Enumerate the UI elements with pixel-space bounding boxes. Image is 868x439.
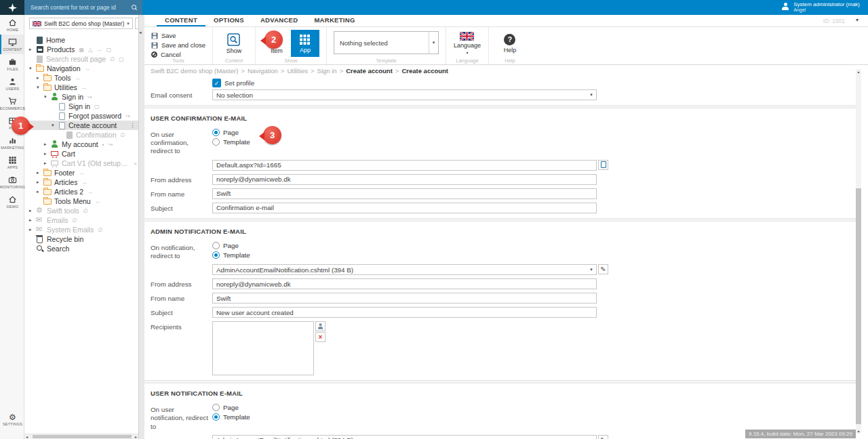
redirect-page-option[interactable]: Page <box>212 129 250 136</box>
tree-item-confirmation[interactable]: Confirmation∅ <box>24 130 138 140</box>
tree-item-sign-in-page[interactable]: Sign in▢ <box>24 102 138 111</box>
scroll-right-icon[interactable]: ▸ <box>135 434 137 439</box>
caret-icon[interactable]: ▾ <box>52 123 58 128</box>
template-select[interactable]: Nothing selected ▾ <box>334 31 439 54</box>
tab-advanced[interactable]: ADVANCED <box>252 15 307 26</box>
rail-item-home[interactable]: HOME <box>0 15 24 35</box>
tab-content[interactable]: CONTENT <box>157 15 205 26</box>
tree-item-home[interactable]: Home <box>24 35 138 45</box>
redirect-page-option[interactable]: Page <box>212 242 250 249</box>
breadcrumb-segment[interactable]: Swift B2C demo shop (Master) <box>151 67 238 75</box>
search-icon[interactable] <box>132 5 137 10</box>
tree-item-create-account[interactable]: ▾Create account⋮ <box>24 121 138 130</box>
search-input[interactable] <box>24 4 132 11</box>
tree-item-tools[interactable]: ▸Tools↔ <box>24 73 138 83</box>
rail-item-users[interactable]: USERS <box>0 74 24 93</box>
caret-icon[interactable]: ▸ <box>37 180 43 185</box>
tab-options[interactable]: OPTIONS <box>205 15 252 26</box>
user-menu[interactable]: System administrator (mak) Angel <box>781 1 860 12</box>
caret-icon[interactable]: ▸ <box>29 47 36 52</box>
tree-item-footer[interactable]: ▸Footer↔ <box>24 168 138 177</box>
redirect-template-option[interactable]: Template <box>212 413 250 421</box>
caret-icon[interactable]: ▾ <box>37 85 43 90</box>
caret-icon[interactable]: ▸ <box>44 161 51 166</box>
caret-icon[interactable]: ▸ <box>29 208 36 213</box>
chevron-down-icon[interactable]: ▾ <box>429 32 438 54</box>
app-button[interactable]: App <box>291 30 319 57</box>
site-options-button[interactable]: ⋮ <box>135 18 139 29</box>
scroll-left-icon[interactable]: ◂ <box>26 434 28 439</box>
tree-item-articles-2[interactable]: ▸Articles 2↔ <box>24 187 138 196</box>
show-button[interactable]: Show <box>220 30 248 57</box>
breadcrumb-segment[interactable]: Sign in <box>317 67 337 75</box>
radio-icon[interactable] <box>212 404 220 411</box>
tree-item-system-emails[interactable]: ▸System Emails∅ <box>24 225 138 234</box>
caret-icon[interactable]: ▾ <box>44 94 51 100</box>
set-profile-checkbox[interactable]: ✓ <box>212 79 221 87</box>
rail-item-files[interactable]: FILES <box>0 54 24 74</box>
collapse-panel-icon[interactable]: ◂ <box>139 30 142 35</box>
tree-item-recycle-bin[interactable]: Recycle bin <box>24 234 138 244</box>
add-user-recipient-button[interactable] <box>315 321 326 331</box>
breadcrumb-segment[interactable]: Navigation <box>248 67 278 75</box>
tree-item-navigation[interactable]: ▾Navigation↔ <box>24 64 138 73</box>
scroll-down-icon[interactable]: ▾ <box>856 429 861 434</box>
tree-item-articles[interactable]: ▸Articles↔ <box>24 177 138 187</box>
tab-marketing[interactable]: MARKETING <box>306 15 363 26</box>
radio-selected-icon[interactable] <box>212 413 220 421</box>
from-address-input[interactable] <box>212 174 597 185</box>
redirect-template-option[interactable]: Template <box>212 251 250 259</box>
remove-recipient-button[interactable]: × <box>315 332 326 342</box>
admin-template-select[interactable]: AdminAccountEmailNotification.cshtml (39… <box>212 264 597 275</box>
scroll-up-icon[interactable]: ▴ <box>856 69 861 74</box>
tree-item-emails[interactable]: ▸Emails∅ <box>24 215 138 225</box>
caret-icon[interactable]: ▸ <box>37 189 43 194</box>
page-picker-button[interactable] <box>598 160 608 170</box>
site-selector[interactable]: Swift B2C demo shop (Master) ▾ <box>29 18 133 29</box>
save-and-close-button[interactable]: Save and close <box>151 41 205 49</box>
rail-item-ecommerce[interactable]: ECOMMERCE <box>0 93 24 113</box>
tree-item-swift-tools[interactable]: ▸Swift tools∅ <box>24 206 138 215</box>
row-menu-icon[interactable]: ⋮ <box>130 122 136 129</box>
tree-item-tools-menu[interactable]: Tools Menu↔ <box>24 196 138 206</box>
breadcrumb-segment[interactable]: Create account <box>346 67 393 75</box>
save-button[interactable]: Save <box>151 31 205 40</box>
rail-item-demo[interactable]: DEMO <box>0 192 24 211</box>
caret-icon[interactable]: ▸ <box>44 142 51 147</box>
rail-item-apps[interactable]: APPS <box>0 152 24 172</box>
redirect-page-option[interactable]: Page <box>212 404 250 411</box>
redirect-template-option[interactable]: Template <box>212 138 250 146</box>
radio-icon[interactable] <box>212 242 220 249</box>
from-name-input[interactable] <box>212 293 597 304</box>
radio-icon[interactable] <box>212 138 220 146</box>
tree-item-cart[interactable]: ▸Cart <box>24 149 138 159</box>
rail-item-settings[interactable]: ⚙ SETTINGS <box>0 410 24 430</box>
caret-icon[interactable]: ▸ <box>37 170 43 175</box>
tree-item-forgot-password[interactable]: Forgot password↪ <box>24 111 138 121</box>
subject-input[interactable] <box>212 307 597 318</box>
caret-icon[interactable]: ▾ <box>29 66 36 71</box>
collapse-ribbon-icon[interactable]: ▾ <box>856 17 859 23</box>
tree-item-cart-v1[interactable]: ▸Cart V1 (Old setup without Shipmondo)× <box>24 159 138 168</box>
tree-horizontal-scrollbar[interactable]: ◂ ▸ <box>24 434 138 439</box>
breadcrumb-segment[interactable]: Utilities <box>287 67 308 75</box>
tree-item-products[interactable]: ▸Products▦ △ ↔ ▢ <box>24 45 138 54</box>
edit-template-button[interactable]: ✎ <box>598 264 608 274</box>
caret-icon[interactable]: ▸ <box>37 75 43 81</box>
rail-item-content[interactable]: CONTENT <box>0 35 24 54</box>
tree-item-search-result-page[interactable]: Search result page∅ ▢ <box>24 54 138 64</box>
tree-item-search[interactable]: Search <box>24 244 138 253</box>
caret-icon[interactable]: ▸ <box>44 151 51 156</box>
subject-input[interactable] <box>212 203 597 213</box>
redirect-page-input[interactable] <box>212 160 597 171</box>
tree-item-utilities[interactable]: ▾Utilities↔ <box>24 83 138 92</box>
tree-item-sign-in-section[interactable]: ▾Sign in↪ <box>24 92 138 102</box>
language-button[interactable]: Language ▾ <box>453 30 481 57</box>
radio-selected-icon[interactable] <box>212 129 220 136</box>
rail-item-monitoring[interactable]: MONITORING <box>0 172 24 192</box>
breadcrumb-segment[interactable]: Create account <box>401 67 448 75</box>
rail-item-marketing[interactable]: MARKETING <box>0 133 24 152</box>
user-template-select[interactable]: AdminAccountEmailNotification.cshtml (39… <box>212 435 597 439</box>
scrollbar-thumb[interactable] <box>33 435 132 438</box>
from-name-input[interactable] <box>212 188 597 199</box>
